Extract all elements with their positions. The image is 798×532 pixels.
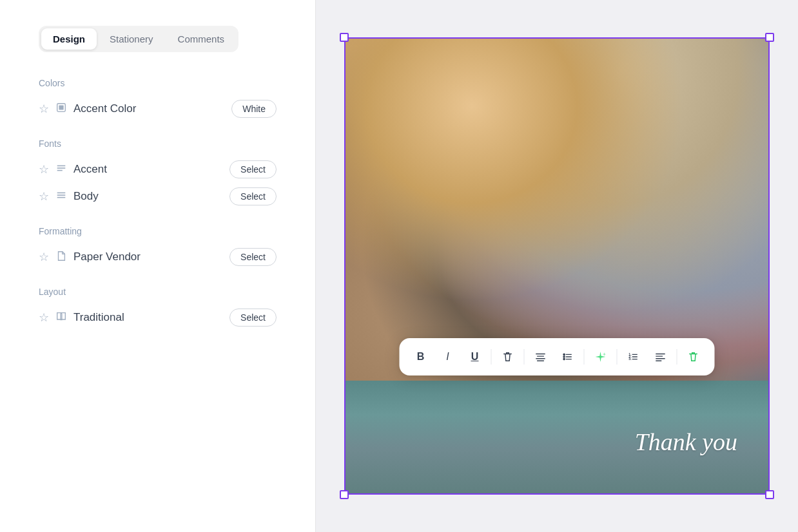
paper-vendor-label: Paper Vendor	[73, 251, 229, 263]
selection-handle-bottom-left[interactable]	[340, 490, 349, 499]
toolbar-divider-2	[524, 349, 525, 365]
toolbar-divider-5	[677, 349, 677, 365]
toolbar-divider-3	[584, 349, 585, 365]
accent-font-label: Accent	[73, 163, 229, 176]
layout-section-label: Layout	[39, 287, 277, 297]
paper-vendor-doc-icon	[55, 250, 67, 264]
svg-text:3.: 3.	[628, 357, 632, 361]
accent-color-row: ☆ Accent Color White	[39, 100, 277, 118]
tabs-container: Design Stationery Comments	[39, 26, 238, 52]
toolbar-align-center-button[interactable]	[529, 345, 553, 369]
body-font-row: ☆ Body Select	[39, 187, 277, 205]
photo-upper	[344, 37, 770, 381]
formatting-section: Formatting ☆ Paper Vendor Select	[39, 226, 277, 266]
right-panel: Thank you B I U	[316, 0, 798, 532]
layout-section: Layout ☆ Traditional Select	[39, 287, 277, 327]
accent-color-label: Accent Color	[73, 102, 231, 115]
toolbar-sparkle-button[interactable]	[589, 345, 613, 369]
toolbar-unordered-list-button[interactable]	[556, 345, 580, 369]
svg-point-12	[563, 354, 565, 355]
accent-font-row: ☆ Accent Select	[39, 160, 277, 178]
selection-handle-top-left[interactable]	[340, 33, 349, 42]
colors-section: Colors ☆ Accent Color White	[39, 78, 277, 118]
body-font-lines-icon	[55, 189, 67, 204]
traditional-select-button[interactable]: Select	[229, 309, 277, 327]
toolbar-ordered-list-button[interactable]: 1. 2. 3.	[621, 345, 646, 369]
card-thankyou-text: Thank you	[635, 428, 737, 456]
card-image[interactable]: Thank you	[344, 37, 770, 495]
tab-design[interactable]: Design	[41, 28, 97, 50]
traditional-book-icon	[55, 310, 67, 325]
left-panel: Design Stationery Comments Colors ☆ Acce…	[0, 0, 316, 532]
body-font-star-icon[interactable]: ☆	[39, 189, 49, 204]
photo-simulation	[344, 37, 770, 495]
accent-color-value[interactable]: White	[231, 100, 277, 118]
toolbar-delete-green-button[interactable]	[681, 345, 706, 369]
selection-handle-bottom-right[interactable]	[765, 490, 774, 499]
toolbar-bold-button[interactable]: B	[409, 345, 433, 369]
traditional-row: ☆ Traditional Select	[39, 309, 277, 327]
traditional-label: Traditional	[73, 311, 229, 324]
toolbar-divider-4	[617, 349, 618, 365]
accent-color-star-icon[interactable]: ☆	[39, 102, 49, 116]
toolbar-italic-button[interactable]: I	[436, 345, 460, 369]
toolbar-underline-button[interactable]: U	[463, 345, 487, 369]
tab-stationery[interactable]: Stationery	[98, 28, 165, 50]
toolbar-align-left-button[interactable]	[648, 345, 673, 369]
paper-vendor-star-icon[interactable]: ☆	[39, 250, 49, 264]
fonts-section-label: Fonts	[39, 138, 277, 149]
body-font-label: Body	[73, 190, 229, 203]
colors-section-label: Colors	[39, 78, 277, 88]
text-formatting-toolbar: B I U	[400, 338, 715, 375]
accent-font-lines-icon	[55, 162, 67, 176]
tab-comments[interactable]: Comments	[166, 28, 237, 50]
paper-vendor-row: ☆ Paper Vendor Select	[39, 248, 277, 266]
toolbar-delete-button[interactable]	[496, 345, 520, 369]
formatting-section-label: Formatting	[39, 226, 277, 236]
paper-vendor-select-button[interactable]: Select	[229, 248, 277, 266]
svg-point-14	[563, 359, 565, 360]
accent-font-select-button[interactable]: Select	[229, 160, 277, 178]
accent-color-swatch-icon	[55, 102, 67, 116]
card-wrapper: Thank you B I U	[344, 37, 770, 495]
traditional-star-icon[interactable]: ☆	[39, 310, 49, 325]
toolbar-divider-1	[491, 349, 492, 365]
svg-point-13	[563, 356, 565, 357]
body-font-select-button[interactable]: Select	[229, 187, 277, 205]
accent-font-star-icon[interactable]: ☆	[39, 162, 49, 176]
fonts-section: Fonts ☆ Accent Select ☆	[39, 138, 277, 205]
selection-handle-top-right[interactable]	[765, 33, 774, 42]
svg-rect-1	[59, 105, 63, 109]
